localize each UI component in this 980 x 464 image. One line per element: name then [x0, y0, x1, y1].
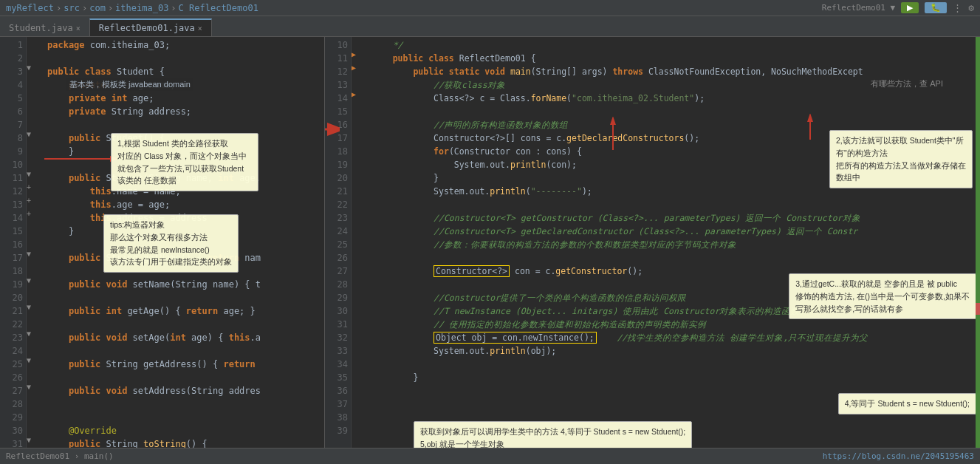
right-code-content[interactable]: */ public class ReflectDemo01 { public s… — [366, 37, 980, 448]
right-line-numbers: 1011121314 1516171819 2021222324 2526272… — [325, 37, 352, 448]
left-editor: 12345 678910 1112131415 1617181920 21222… — [0, 37, 325, 448]
status-bar: ReflectDemo01 › main() https://blog.csdn… — [0, 448, 980, 464]
fold-setname[interactable]: ▼ — [27, 276, 41, 290]
scroll-indicator-red — [976, 303, 980, 315]
run-config-label: ReflectDemo01 ▼ — [822, 3, 895, 13]
annot-override — [27, 423, 41, 436]
breadcrumb-com[interactable]: com — [89, 3, 106, 13]
breadcrumb-src[interactable]: src — [64, 3, 80, 13]
top-right-controls: ReflectDemo01 ▼ ▶ 🐛 ⋮ ⚙ — [822, 2, 974, 13]
fold-cont: + — [27, 197, 41, 210]
exec-arrow-11: ▶ — [352, 50, 366, 64]
fold-setaddr[interactable]: ▼ — [27, 383, 41, 396]
left-code-content[interactable]: package com.itheima_03; public class Stu… — [41, 37, 324, 448]
editor-container: 12345 678910 1112131415 1617181920 21222… — [0, 37, 980, 448]
fold-getaddr[interactable]: ▼ — [27, 356, 41, 369]
tab-bar: Student.java × ReflectDemo01.java × — [0, 16, 980, 37]
fold-setage[interactable]: ▼ — [27, 330, 41, 343]
status-breadcrumb: ReflectDemo01 › main() — [6, 451, 114, 461]
tab-reflectdemo-label: ReflectDemo01.java — [99, 23, 195, 33]
fold-getage[interactable]: ▼ — [27, 303, 41, 316]
tab-student-label: Student.java — [9, 23, 73, 33]
left-line-numbers: 12345 678910 1112131415 1617181920 21222… — [0, 37, 27, 448]
more-actions[interactable]: ⋮ — [953, 2, 962, 13]
fold-cont2: + — [27, 210, 41, 223]
tab-reflectdemo[interactable]: ReflectDemo01.java × — [89, 18, 212, 36]
fold-constructor1[interactable]: ▼ — [27, 130, 41, 143]
exec-arrow-14: ▶ — [352, 90, 366, 103]
tab-reflectdemo-close[interactable]: × — [198, 24, 202, 33]
scroll-indicator-green — [976, 37, 980, 448]
right-editor: 1011121314 1516171819 2021222324 2526272… — [325, 37, 980, 448]
fold-constructor2[interactable]: ▼ — [27, 170, 41, 183]
exec-arrow-12: ▶ — [352, 64, 366, 77]
fold-body[interactable]: + — [27, 183, 41, 197]
tab-student-close[interactable]: × — [76, 24, 80, 33]
fold-tostring[interactable]: ▼ — [27, 436, 41, 448]
status-url: https://blog.csdn.ne/2045195463 — [823, 451, 974, 461]
fold-class[interactable]: ▼ — [27, 64, 41, 77]
debug-button[interactable]: 🐛 — [925, 2, 947, 13]
breadcrumb-myreflect[interactable]: myReflect — [6, 3, 54, 13]
breadcrumb-class[interactable]: C ReflectDemo01 — [179, 3, 258, 13]
settings-icon[interactable]: ⚙ — [968, 2, 974, 13]
run-button[interactable]: ▶ — [901, 2, 919, 13]
breadcrumb-itheima[interactable]: itheima_03 — [115, 3, 168, 13]
breadcrumb: myReflect › src › com › itheima_03 › C R… — [6, 3, 258, 13]
tab-student[interactable]: Student.java × — [0, 19, 89, 36]
top-bar: myReflect › src › com › itheima_03 › C R… — [0, 0, 980, 16]
fold-getname[interactable]: ▼ — [27, 250, 41, 263]
